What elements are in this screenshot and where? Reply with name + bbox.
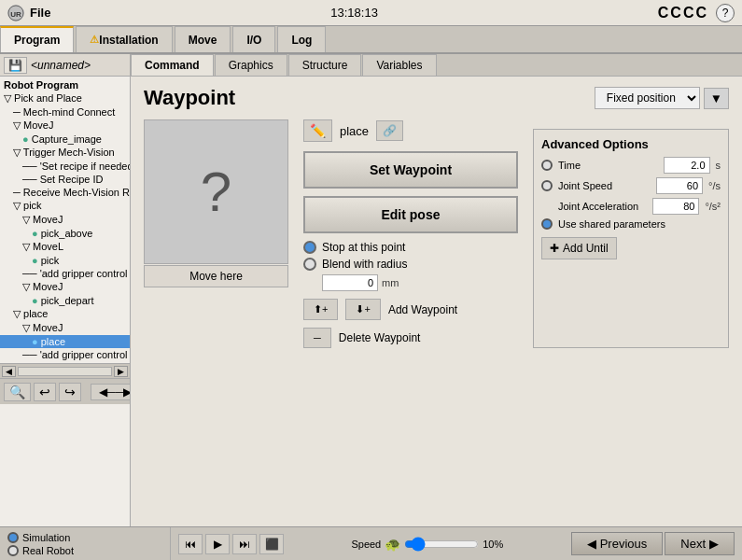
time-radio[interactable] — [541, 160, 553, 171]
tree-pick-and-place[interactable]: ▽ Pick and Place — [0, 91, 130, 105]
sidebar-scrollbar[interactable]: ◀ ▶ — [0, 363, 130, 378]
svg-text:UR: UR — [10, 10, 21, 19]
blend-value-input[interactable] — [322, 274, 378, 291]
help-button[interactable]: ? — [716, 4, 735, 22]
tab-io[interactable]: I/O — [232, 26, 275, 52]
stop-option-row: Stop at this point — [303, 241, 518, 254]
title-bar-left: UR File — [7, 5, 50, 21]
joint-acc-label: Joint Acceleration — [558, 201, 647, 212]
time-unit: s — [716, 160, 721, 171]
waypoint-title: Waypoint — [144, 86, 235, 110]
tree-capture-image[interactable]: ● Capture_image — [0, 133, 130, 146]
undo-button[interactable]: ↩ — [34, 383, 56, 401]
waypoint-buttons-row: ⬆+ ⬇+ Add Waypoint — [303, 299, 518, 320]
time-row: Time s — [541, 157, 721, 174]
real-robot-option[interactable]: Real Robot — [7, 545, 162, 556]
tab-program[interactable]: Program — [0, 26, 74, 52]
place-row: ✏️ place 🔗 — [303, 119, 518, 142]
joint-acc-unit: °/s² — [705, 201, 721, 212]
tab-installation[interactable]: ⚠ Installation — [76, 26, 172, 52]
position-dropdown-btn[interactable]: ▼ — [704, 88, 729, 109]
blend-unit: mm — [382, 277, 399, 288]
tree-pick[interactable]: ▽ pick — [0, 199, 130, 213]
step-button[interactable]: ◀──▶ — [91, 384, 131, 400]
link-icon-button[interactable]: 🔗 — [376, 120, 403, 141]
joint-speed-radio[interactable] — [541, 180, 553, 191]
bottom-bar: Simulation Real Robot ⏮ ▶ ⏭ ⬛ Speed 🐢 10… — [0, 526, 742, 560]
edit-pose-button[interactable]: Edit pose — [303, 196, 518, 233]
tree-mech-mind-connect[interactable]: ─ Mech-mind Connect — [0, 105, 130, 119]
position-type-select[interactable]: Fixed position — [595, 87, 700, 109]
tree-add-gripper-1[interactable]: ── 'add gripper control he — [0, 267, 130, 280]
blend-option-row: Blend with radius — [303, 258, 518, 271]
tab-structure[interactable]: Structure — [288, 54, 362, 76]
tree-set-recipe-needed[interactable]: ── 'Set recipe if needed' — [0, 160, 130, 173]
stop-radio[interactable] — [303, 241, 316, 254]
delete-waypoint-button[interactable]: ─ — [303, 328, 331, 348]
scroll-left-btn[interactable]: ◀ — [2, 366, 16, 377]
title-bar: UR File 13:18:13 CCCC ? — [0, 0, 742, 26]
place-label: place — [340, 124, 369, 138]
tab-variables[interactable]: Variables — [362, 54, 436, 76]
joint-speed-label: Joint Speed — [558, 180, 651, 191]
waypoint-right-panel: ✏️ place 🔗 Set Waypoint Edit pose Stop a… — [303, 119, 518, 348]
redo-button[interactable]: ↪ — [59, 383, 81, 401]
tree-place-highlighted[interactable]: ● place — [0, 335, 130, 348]
delete-waypoint-label: Delete Waypoint — [339, 331, 421, 344]
simulation-radio[interactable] — [7, 532, 19, 543]
tree-movej-3[interactable]: ▽ MoveJ — [0, 280, 130, 294]
add-until-button[interactable]: ✚ Add Until — [541, 237, 617, 259]
tree-trigger-mech[interactable]: ▽ Trigger Mech-Vision — [0, 146, 130, 160]
tab-graphics[interactable]: Graphics — [215, 54, 287, 76]
shared-radio[interactable] — [541, 218, 553, 230]
search-button[interactable]: 🔍 — [4, 383, 31, 401]
tab-command[interactable]: Command — [131, 54, 214, 76]
time-input[interactable] — [664, 157, 710, 174]
tree-movej-1[interactable]: ▽ MoveJ — [0, 119, 130, 133]
joint-speed-unit: °/s — [708, 180, 721, 191]
previous-button[interactable]: ◀ Previous — [571, 532, 664, 555]
tab-log[interactable]: Log — [277, 26, 326, 52]
blend-radio[interactable] — [303, 258, 316, 271]
speed-area: Speed 🐢 10% — [351, 537, 503, 552]
tree-add-gripper-2[interactable]: ── 'add gripper control he — [0, 348, 130, 361]
content-tabs: Command Graphics Structure Variables — [131, 54, 742, 77]
save-button[interactable]: 💾 — [4, 57, 27, 74]
delete-waypoint-row: ─ Delete Waypoint — [303, 328, 518, 348]
play-button[interactable]: ▶ — [205, 534, 230, 554]
joint-speed-input[interactable] — [656, 177, 703, 194]
blend-label: Blend with radius — [322, 258, 407, 271]
tree-movej-2[interactable]: ▽ MoveJ — [0, 213, 130, 227]
waypoint-main: ? Move here ✏️ place 🔗 Set Waypoint — [144, 119, 729, 348]
real-robot-label: Real Robot — [22, 545, 74, 556]
tree-pick-node[interactable]: ● pick — [0, 254, 130, 267]
stop-button[interactable]: ⬛ — [259, 534, 284, 554]
sidebar-bottom-toolbar: 🔍 ↩ ↪ ◀──▶ — [0, 378, 130, 404]
set-waypoint-button[interactable]: Set Waypoint — [303, 151, 518, 189]
forward-button[interactable]: ⏭ — [232, 534, 257, 554]
ur-logo: UR — [7, 5, 24, 21]
rewind-button[interactable]: ⏮ — [178, 534, 203, 554]
next-button[interactable]: Next ▶ — [665, 532, 735, 555]
joint-acc-input[interactable] — [652, 198, 699, 215]
tree-set-recipe-id[interactable]: ── Set Recipe ID — [0, 173, 130, 186]
simulation-label: Simulation — [22, 532, 70, 543]
tree-pick-depart[interactable]: ● pick_depart — [0, 294, 130, 307]
simulation-option[interactable]: Simulation — [7, 532, 162, 543]
tree-movel[interactable]: ▽ MoveL — [0, 240, 130, 254]
add-waypoint-up-button[interactable]: ⬆+ — [303, 299, 338, 320]
tree-movej-4[interactable]: ▽ MoveJ — [0, 321, 130, 335]
scroll-right-btn[interactable]: ▶ — [114, 366, 128, 377]
tab-move[interactable]: Move — [175, 26, 231, 52]
tree-pick-above[interactable]: ● pick_above — [0, 227, 130, 240]
waypoint-preview-area: ? Move here — [144, 119, 288, 348]
tree-receive-mech[interactable]: ─ Receive Mech-Vision Resul — [0, 186, 130, 199]
bottom-controls: ⏮ ▶ ⏭ ⬛ Speed 🐢 10% ◀ Previous Next ▶ — [171, 532, 742, 555]
tree-robot-program[interactable]: Robot Program — [0, 78, 130, 91]
speed-slider[interactable] — [404, 537, 479, 552]
move-here-button[interactable]: Move here — [144, 265, 288, 287]
add-waypoint-down-button[interactable]: ⬇+ — [345, 299, 380, 320]
tree-place[interactable]: ▽ place — [0, 307, 130, 321]
real-robot-radio[interactable] — [7, 545, 19, 556]
edit-icon-button[interactable]: ✏️ — [303, 119, 332, 142]
